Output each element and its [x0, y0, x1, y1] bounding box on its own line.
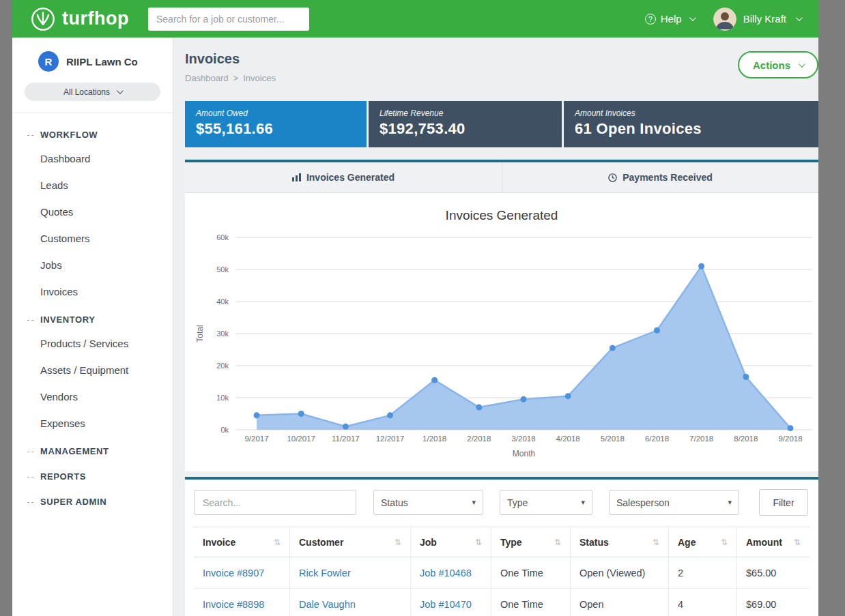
sort-icon[interactable]: ⇅: [653, 538, 659, 547]
chevron-down-icon: [689, 14, 696, 21]
salesperson-select[interactable]: Salesperson ▾: [609, 490, 739, 515]
company-logo: R: [38, 51, 59, 72]
filter-button[interactable]: Filter: [759, 489, 808, 516]
svg-text:0k: 0k: [220, 426, 229, 434]
help-label: Help: [661, 13, 682, 25]
invoice-link[interactable]: Invoice #8907: [194, 557, 289, 589]
svg-text:12/2017: 12/2017: [376, 435, 405, 443]
breadcrumb: Dashboard > Invoices: [185, 73, 276, 83]
sidebar-item-jobs[interactable]: Jobs: [12, 252, 173, 278]
sort-icon[interactable]: ⇅: [554, 538, 561, 547]
stat-value: 61 Open Invoices: [575, 120, 807, 138]
status-cell: Open (Viewed): [570, 557, 668, 589]
invoice-link[interactable]: Invoice #8898: [194, 589, 289, 616]
sort-icon[interactable]: ⇅: [721, 538, 728, 547]
job-link[interactable]: Job #10470: [410, 589, 491, 616]
sidebar-section-super-admin[interactable]: SUPER ADMIN: [12, 487, 173, 512]
chevron-down-icon: [796, 14, 803, 21]
caret-down-icon: ▾: [581, 498, 585, 507]
sort-icon[interactable]: ⇅: [794, 538, 801, 547]
sidebar-item-customers[interactable]: Customers: [12, 225, 173, 252]
sidebar-item-vendors[interactable]: Vendors: [12, 383, 173, 410]
sidebar-item-products-services[interactable]: Products / Services: [12, 330, 173, 357]
turfhop-logo[interactable]: turfhop: [30, 6, 129, 32]
locations-selector[interactable]: All Locations: [25, 83, 160, 101]
amount-cell: $65.00: [736, 557, 810, 589]
col-label: Status: [579, 537, 609, 548]
avatar-image: [713, 8, 736, 31]
sidebar-item-assets-equipment[interactable]: Assets / Equipment: [12, 357, 173, 383]
svg-text:5/2018: 5/2018: [601, 435, 625, 443]
type-cell: One Time: [491, 557, 570, 589]
type-select[interactable]: Type ▾: [500, 490, 592, 515]
col-label: Amount: [746, 537, 782, 548]
actions-button[interactable]: Actions: [738, 51, 818, 78]
global-search-input[interactable]: [148, 8, 309, 31]
svg-text:40k: 40k: [216, 297, 229, 306]
sidebar-section-inventory[interactable]: INVENTORY: [12, 305, 173, 330]
table-header: Invoice ⇅ Customer ⇅ Job ⇅ Type ⇅: [194, 527, 810, 557]
svg-text:60k: 60k: [216, 233, 229, 241]
company-name: RIIPL Lawn Co: [66, 56, 138, 68]
customer-link[interactable]: Rick Fowler: [289, 557, 410, 589]
stat-value: $192,753.40: [379, 120, 551, 138]
sort-icon[interactable]: ⇅: [274, 538, 281, 547]
tab-payments-received[interactable]: Payments Received: [502, 162, 818, 192]
sidebar-item-dashboard[interactable]: Dashboard: [12, 145, 173, 172]
sidebar-section-reports[interactable]: REPORTS: [12, 462, 173, 487]
sidebar-item-invoices[interactable]: Invoices: [12, 278, 173, 305]
sidebar-item-leads[interactable]: Leads: [12, 172, 173, 199]
svg-text:10k: 10k: [216, 394, 229, 402]
type-select-value: Type: [507, 497, 528, 508]
col-status[interactable]: Status ⇅: [570, 527, 668, 557]
breadcrumb-separator: >: [233, 73, 239, 83]
stat-value: $55,161.66: [196, 120, 356, 138]
breadcrumb-invoices: Invoices: [243, 73, 276, 83]
stat-amount-owed: Amount Owed $55,161.66: [185, 101, 367, 147]
type-cell: One Time: [491, 589, 570, 616]
svg-text:4/2018: 4/2018: [556, 435, 580, 443]
stat-lifetime-revenue: Lifetime Revenue $192,753.40: [369, 101, 562, 147]
user-menu[interactable]: Billy Kraft: [713, 8, 801, 31]
col-customer[interactable]: Customer ⇅: [289, 527, 410, 557]
sort-icon[interactable]: ⇅: [475, 538, 482, 547]
help-icon: ?: [645, 14, 656, 25]
svg-text:3/2018: 3/2018: [511, 435, 535, 443]
col-invoice[interactable]: Invoice ⇅: [194, 527, 289, 557]
sidebar-section-management[interactable]: MANAGEMENT: [12, 437, 173, 462]
sidebar-item-quotes[interactable]: Quotes: [12, 199, 173, 225]
col-age[interactable]: Age ⇅: [668, 527, 736, 557]
stat-label: Lifetime Revenue: [379, 108, 551, 118]
sort-icon[interactable]: ⇅: [395, 538, 401, 547]
table-search-input[interactable]: [194, 490, 356, 515]
help-menu[interactable]: ? Help: [645, 13, 694, 25]
age-cell: 4: [668, 589, 736, 616]
status-select[interactable]: Status ▾: [373, 490, 483, 515]
tab-invoices-generated[interactable]: Invoices Generated: [185, 162, 502, 192]
page-title: Invoices: [185, 51, 276, 67]
topbar: turfhop ? Help Billy Kraft: [12, 0, 818, 38]
bar-chart-icon: [292, 173, 301, 181]
chart-tabs: Invoices Generated Payments Received: [185, 160, 818, 193]
stat-label: Amount Invoices: [575, 108, 807, 118]
job-link[interactable]: Job #10468: [410, 557, 491, 589]
status-select-value: Status: [381, 497, 408, 508]
page-header: Invoices Dashboard > Invoices Actions: [185, 51, 818, 83]
col-amount[interactable]: Amount ⇅: [736, 527, 810, 557]
chevron-down-icon: [799, 61, 805, 68]
breadcrumb-dashboard[interactable]: Dashboard: [185, 73, 229, 83]
table-row: Invoice #8898 Dale Vaughn Job #10470 One…: [194, 589, 810, 616]
customer-link[interactable]: Dale Vaughn: [289, 589, 410, 616]
chart-panel: Invoices Generated 0k10k20k30k40k50k60k9…: [185, 193, 818, 471]
amount-cell: $69.00: [736, 589, 810, 616]
col-label: Age: [678, 537, 696, 548]
svg-text:6/2018: 6/2018: [645, 435, 669, 443]
invoices-table: Invoice ⇅ Customer ⇅ Job ⇅ Type ⇅: [194, 527, 810, 616]
sidebar: R RIIPL Lawn Co All Locations WORKFLOW D…: [12, 38, 173, 616]
status-cell: Open: [570, 589, 668, 616]
sidebar-item-expenses[interactable]: Expenses: [12, 410, 173, 437]
col-type[interactable]: Type ⇅: [491, 527, 570, 557]
sidebar-nav: WORKFLOW Dashboard Leads Quotes Customer…: [12, 113, 173, 512]
col-job[interactable]: Job ⇅: [410, 527, 491, 557]
sidebar-section-workflow[interactable]: WORKFLOW: [12, 120, 173, 145]
